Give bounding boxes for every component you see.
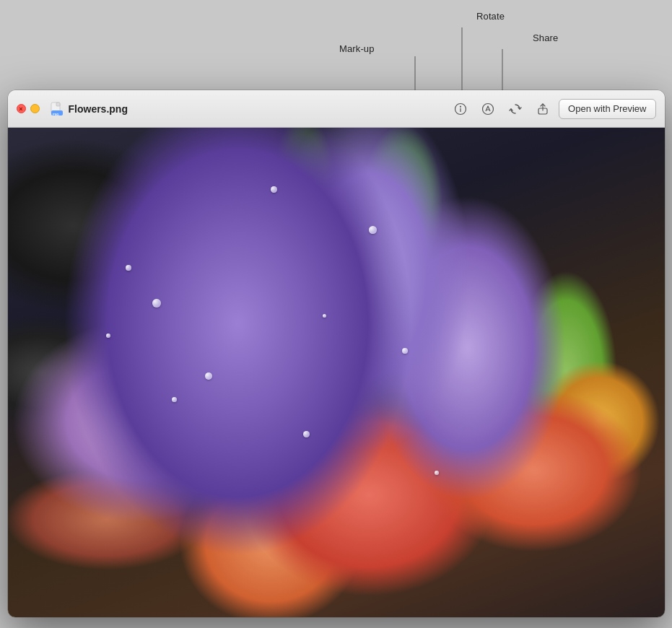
close-button[interactable]: × (17, 104, 26, 113)
markup-button[interactable] (476, 99, 499, 119)
droplet (172, 397, 177, 402)
quick-look-window: × PNG Flowers.png i (8, 90, 665, 617)
file-icon: PNG (50, 102, 64, 116)
droplet (205, 372, 212, 380)
share-tooltip-label: Share (533, 32, 558, 43)
droplet (303, 431, 310, 437)
markup-tooltip-label: Mark-up (339, 43, 375, 54)
droplet (323, 314, 326, 318)
svg-point-10 (483, 103, 494, 114)
droplet (435, 471, 439, 475)
file-title-area: PNG Flowers.png (50, 102, 444, 116)
traffic-lights: × (17, 104, 40, 113)
toolbar-right: i (449, 99, 655, 119)
rotate-button[interactable] (504, 99, 527, 119)
tooltip-area: Rotate Mark-up Share (0, 7, 672, 90)
droplet (106, 333, 110, 338)
titlebar: × PNG Flowers.png i (8, 90, 665, 128)
svg-text:PNG: PNG (53, 113, 59, 116)
info-button[interactable]: i (449, 99, 472, 119)
open-with-preview-button[interactable]: Open with Preview (559, 99, 655, 119)
droplet (402, 348, 408, 354)
svg-point-9 (460, 105, 461, 107)
info-icon: i (454, 103, 467, 115)
image-container (8, 128, 665, 617)
markup-icon (481, 103, 494, 115)
droplet (152, 299, 161, 308)
share-button[interactable] (531, 99, 554, 119)
droplet (271, 186, 277, 193)
flowers-image (8, 128, 665, 617)
rotate-tooltip-label: Rotate (476, 11, 505, 22)
rotate-icon (509, 103, 522, 115)
svg-rect-4 (56, 103, 60, 106)
share-icon (536, 103, 549, 115)
filename-label: Flowers.png (69, 103, 128, 115)
tooltip-connectors (0, 7, 672, 90)
close-icon: × (19, 105, 22, 113)
minimize-button[interactable] (30, 104, 40, 113)
droplet (369, 226, 377, 234)
droplet (126, 265, 131, 271)
